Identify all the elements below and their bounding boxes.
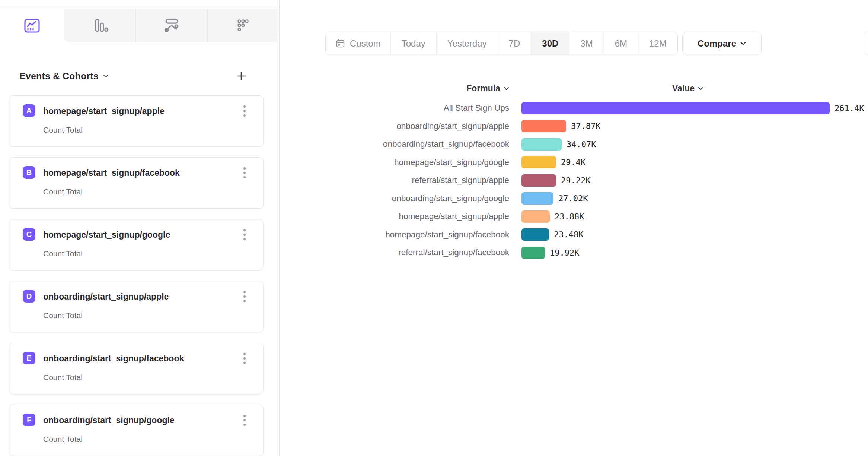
formula-header[interactable]: Formula <box>280 83 509 94</box>
event-options-button[interactable] <box>239 413 250 427</box>
sidebar-header: Events & Cohorts <box>19 67 249 85</box>
value-label: 23.88K <box>555 212 584 221</box>
range-option[interactable]: 7D <box>498 32 532 55</box>
event-letter-badge: B <box>23 166 35 179</box>
series-label[interactable]: homepage/start_signup/facebook <box>280 230 509 240</box>
chevron-down-icon <box>102 74 109 78</box>
value-header[interactable]: Value <box>672 83 703 94</box>
formula-header-label: Formula <box>466 83 500 94</box>
value-bar[interactable] <box>521 228 549 241</box>
event-card[interactable]: F onboarding/start_signup/google Count T… <box>9 405 264 456</box>
bar-zone: 19.92K <box>521 247 579 259</box>
range-option[interactable]: 30D <box>531 32 569 55</box>
chart-row: onboarding/start_signup/google 27.02K <box>280 190 868 208</box>
value-label: 261.4K <box>835 104 864 113</box>
bar-chart: Formula Value All Start <box>280 78 868 262</box>
value-bar[interactable] <box>521 138 562 151</box>
partial-edge-button[interactable] <box>864 32 868 55</box>
series-label[interactable]: onboarding/start_signup/apple <box>280 121 509 131</box>
event-aggregation[interactable]: Count Total <box>43 126 83 134</box>
chart-row: All Start Sign Ups 261.4K <box>280 99 868 117</box>
chart-row: homepage/start_signup/facebook 23.48K <box>280 226 868 244</box>
event-options-button[interactable] <box>239 104 250 118</box>
chart-row: onboarding/start_signup/facebook 34.07K <box>280 135 868 153</box>
range-option[interactable]: 6M <box>604 32 638 55</box>
event-card-list: A homepage/start_signup/apple Count Tota… <box>9 95 264 456</box>
event-aggregation[interactable]: Count Total <box>43 311 83 320</box>
value-label: 37.87K <box>571 121 600 131</box>
event-name: homepage/start_signup/apple <box>43 106 165 116</box>
inactive-tab-group <box>64 9 279 42</box>
series-label[interactable]: onboarding/start_signup/facebook <box>280 139 509 149</box>
range-custom-label: Custom <box>350 38 381 49</box>
chart-row: homepage/start_signup/google 29.4K <box>280 153 868 172</box>
tab-flow[interactable] <box>135 9 207 42</box>
chart-type-tabstrip <box>0 9 279 42</box>
series-label[interactable]: referral/start_signup/apple <box>280 175 509 185</box>
event-letter-badge: E <box>23 352 35 364</box>
kebab-icon <box>243 228 246 241</box>
range-option[interactable]: 12M <box>638 32 677 55</box>
event-options-button[interactable] <box>239 166 250 180</box>
event-card[interactable]: E onboarding/start_signup/facebook Count… <box>9 343 264 394</box>
bar-zone: 37.87K <box>521 120 600 132</box>
event-aggregation[interactable]: Count Total <box>43 187 83 196</box>
value-label: 23.48K <box>554 230 583 239</box>
tab-bar-chart[interactable] <box>64 9 135 42</box>
series-label[interactable]: homepage/start_signup/google <box>280 158 509 167</box>
chevron-down-icon <box>740 41 746 45</box>
date-range-selector: Custom Today Yesterday 7D 30D 3M 6M 12M <box>325 32 678 55</box>
kebab-icon <box>243 167 246 179</box>
value-bar[interactable] <box>521 174 556 187</box>
compare-button[interactable]: Compare <box>682 32 762 55</box>
series-label[interactable]: referral/start_signup/facebook <box>280 248 509 257</box>
chevron-down-icon <box>504 87 509 91</box>
flow-icon <box>163 18 180 34</box>
compare-label: Compare <box>698 38 736 49</box>
range-custom[interactable]: Custom <box>326 32 391 55</box>
chart-rows: All Start Sign Ups 261.4K onboarding/sta… <box>280 99 868 262</box>
tab-line-chart[interactable] <box>0 9 64 42</box>
event-card[interactable]: B homepage/start_signup/facebook Count T… <box>9 157 264 209</box>
bar-zone: 27.02K <box>521 192 588 205</box>
kebab-icon <box>243 105 246 117</box>
bar-zone: 23.48K <box>521 228 583 241</box>
value-header-label: Value <box>672 83 695 94</box>
line-chart-icon <box>24 19 40 33</box>
events-cohorts-dropdown[interactable]: Events & Cohorts <box>19 71 109 82</box>
chart-row: homepage/start_signup/apple 23.88K <box>280 208 868 226</box>
event-aggregation[interactable]: Count Total <box>43 435 83 444</box>
add-event-button[interactable] <box>234 69 249 83</box>
event-aggregation[interactable]: Count Total <box>43 373 83 382</box>
value-bar[interactable] <box>521 192 553 205</box>
value-label: 19.92K <box>550 248 579 257</box>
event-options-button[interactable] <box>239 228 250 242</box>
range-option[interactable]: Today <box>391 32 437 55</box>
sidebar: Events & Cohorts A <box>0 0 280 456</box>
range-option[interactable]: 3M <box>569 32 604 55</box>
event-card[interactable]: A homepage/start_signup/apple Count Tota… <box>9 95 264 147</box>
chevron-down-icon <box>698 87 703 91</box>
value-bar[interactable] <box>521 156 556 168</box>
bar-chart-icon <box>91 18 108 34</box>
value-bar[interactable] <box>521 120 566 132</box>
value-bar[interactable] <box>521 102 830 114</box>
value-bar[interactable] <box>521 247 545 259</box>
range-options: Today Yesterday 7D 30D 3M 6M 12M <box>391 32 677 55</box>
event-card[interactable]: C homepage/start_signup/google Count Tot… <box>9 219 264 270</box>
event-name: homepage/start_signup/facebook <box>43 168 180 178</box>
tab-scatter[interactable] <box>207 9 279 42</box>
value-label: 29.4K <box>561 158 585 167</box>
series-label[interactable]: homepage/start_signup/apple <box>280 212 509 221</box>
event-options-button[interactable] <box>239 289 250 304</box>
event-letter-badge: D <box>23 290 35 303</box>
series-label[interactable]: All Start Sign Ups <box>280 103 509 113</box>
value-bar[interactable] <box>521 210 550 223</box>
event-name: onboarding/start_signup/facebook <box>43 354 184 364</box>
bar-zone: 261.4K <box>521 102 864 114</box>
series-label[interactable]: onboarding/start_signup/google <box>280 194 509 203</box>
event-card[interactable]: D onboarding/start_signup/apple Count To… <box>9 281 264 332</box>
event-aggregation[interactable]: Count Total <box>43 249 83 258</box>
range-option[interactable]: Yesterday <box>437 32 498 55</box>
event-options-button[interactable] <box>239 351 250 365</box>
